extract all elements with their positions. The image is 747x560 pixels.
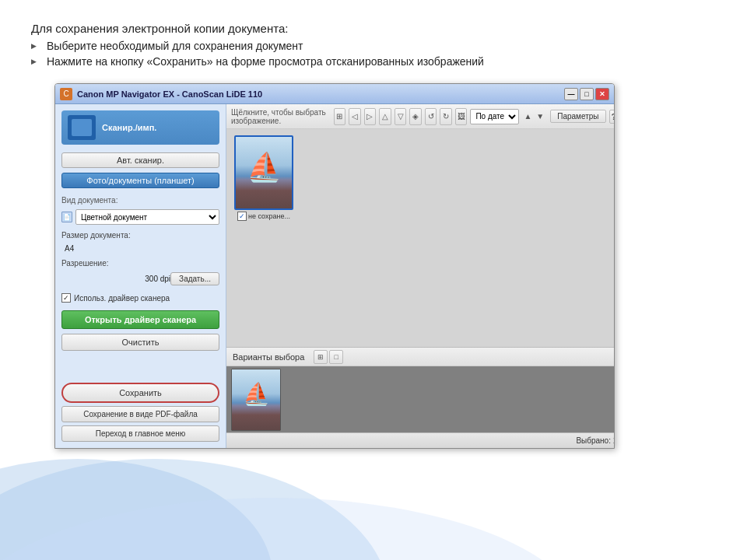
toolbar-btn-6[interactable]: ◈ (409, 108, 422, 125)
auto-scan-button[interactable]: Авт. сканир. (61, 152, 219, 168)
scanner-label: Сканир./имп. (102, 123, 156, 132)
status-text: Выбрано: 1 (576, 436, 615, 445)
bullet-item-2: Нажмите на кнопку «Сохранить» на форме п… (31, 55, 716, 68)
variants-label: Варианты выбора (233, 352, 304, 362)
status-bar: Выбрано: 1 (226, 432, 615, 448)
clear-button[interactable]: Очистить (61, 334, 219, 351)
ship-illustration (236, 137, 292, 208)
thumbnail-item: ✓ не сохране... (233, 135, 295, 221)
right-panel: Щёлкните, чтобы выбрать изображение. ⊞ ◁… (226, 104, 615, 448)
bottom-buttons: Сохранить Сохранение в виде PDF-файла Пе… (61, 383, 219, 442)
toolbar-hint: Щёлкните, чтобы выбрать изображение. (231, 108, 331, 125)
driver-checkbox-row: ✓ Использ. драйвер сканера (61, 293, 219, 303)
bottom-icon-btn-2[interactable]: □ (329, 350, 343, 364)
toolbar-btn-img[interactable]: 🖼 (455, 108, 468, 125)
sort-arrow: ▲ (524, 112, 531, 121)
close-button[interactable]: ✕ (595, 88, 609, 100)
bottom-section: Варианты выбора ⊞ □ Выбрано: 1 (226, 347, 615, 448)
thumb-checkbox[interactable]: ✓ (237, 212, 247, 221)
doc-size-value: A4 (61, 244, 219, 253)
bottom-toolbar-icons: ⊞ □ (314, 350, 343, 364)
bottom-image-area (226, 366, 615, 432)
title-bar: C Canon MP Navigator EX - CanoScan LiDE … (55, 84, 614, 104)
doc-type-row: 📄 Цветной документ (61, 209, 219, 225)
save-button[interactable]: Сохранить (61, 383, 219, 403)
doc-type-select[interactable]: Цветной документ (75, 209, 219, 225)
resolution-value: 300 dpi (142, 275, 170, 283)
scanner-header: Сканир./имп. (61, 110, 219, 145)
sort-select[interactable]: По дате (470, 109, 519, 124)
resolution-label: Разрешение: (61, 259, 219, 268)
instruction-main: Для сохранения электронной копии докумен… (31, 22, 716, 35)
bottom-icon-btn-1[interactable]: ⊞ (314, 350, 328, 364)
toolbar-btn-5[interactable]: ▽ (395, 108, 407, 125)
title-bar-left: C Canon MP Navigator EX - CanoScan LiDE … (60, 88, 262, 100)
image-area: ✓ не сохране... (226, 129, 615, 347)
thumb-checkbox-row: ✓ не сохране... (237, 212, 290, 221)
scanner-icon (68, 115, 96, 140)
doc-type-label: Вид документа: (61, 196, 219, 205)
bottom-thumbnail[interactable] (231, 369, 281, 431)
toolbar-btn-rotate-r[interactable]: ↻ (440, 108, 452, 125)
home-button[interactable]: Переход в главное меню (61, 425, 219, 442)
photo-doc-button[interactable]: Фото/документы (планшет) (61, 173, 219, 188)
help-button[interactable]: ? (609, 110, 615, 124)
left-panel: Сканир./имп. Авт. сканир. Фото/документы… (55, 104, 226, 448)
window-title: Canon MP Navigator EX - CanoScan LiDE 11… (77, 89, 262, 99)
toolbar-btn-3[interactable]: ▷ (364, 108, 377, 125)
maximize-button[interactable]: □ (580, 88, 594, 100)
spacer (61, 355, 219, 378)
sort-arrow-down: ▼ (536, 112, 544, 121)
toolbar-btn-2[interactable]: ◁ (349, 108, 361, 125)
driver-checkbox[interactable]: ✓ (61, 293, 71, 303)
save-pdf-button[interactable]: Сохранение в виде PDF-файла (61, 406, 219, 422)
toolbar-btn-rotate[interactable]: ↺ (425, 108, 437, 125)
toolbar-btn-4[interactable]: △ (379, 108, 391, 125)
app-icon: C (60, 88, 72, 100)
bottom-toolbar: Варианты выбора ⊞ □ (226, 348, 615, 366)
app-window: C Canon MP Navigator EX - CanoScan LiDE … (54, 83, 615, 449)
doc-type-icon: 📄 (61, 212, 72, 222)
window-controls: — □ ✕ (564, 88, 609, 100)
doc-size-label: Размер документа: (61, 231, 219, 240)
thumb-label: не сохране... (248, 212, 290, 220)
params-button[interactable]: Параметры (550, 110, 605, 123)
settings-button[interactable]: Задать... (170, 272, 219, 285)
open-driver-button[interactable]: Открыть драйвер сканера (61, 310, 219, 329)
app-body: Сканир./имп. Авт. сканир. Фото/документы… (55, 104, 614, 448)
driver-checkbox-label: Использ. драйвер сканера (74, 294, 170, 303)
scanner-icon-inner (72, 119, 92, 136)
instruction-list: Выберите необходимый для сохранения доку… (31, 40, 716, 68)
right-toolbar: Щёлкните, чтобы выбрать изображение. ⊞ ◁… (226, 104, 615, 129)
bottom-ship-illustration (232, 369, 280, 430)
settings-row: 300 dpi Задать... (61, 272, 219, 285)
thumbnail-image[interactable] (234, 135, 293, 210)
bullet-item-1: Выберите необходимый для сохранения доку… (31, 40, 716, 52)
toolbar-btn-1[interactable]: ⊞ (334, 108, 346, 125)
minimize-button[interactable]: — (564, 88, 578, 100)
